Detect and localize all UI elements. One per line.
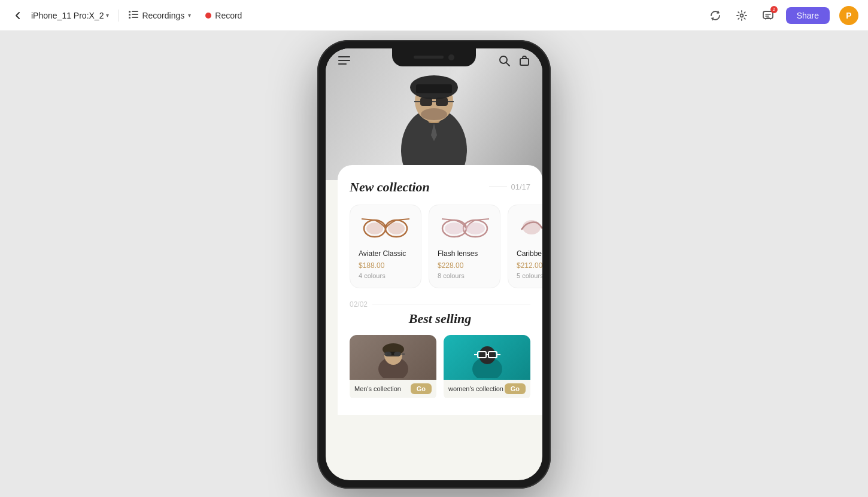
svg-rect-2: [129, 14, 130, 16]
topbar: iPhone_11 Pro:X_2 ▾ Recordings ▾ Record: [0, 0, 868, 31]
topbar-left: iPhone_11 Pro:X_2 ▾ Recordings ▾ Record: [10, 7, 707, 24]
settings-button[interactable]: [733, 7, 750, 24]
nav-icons: [498, 54, 530, 69]
collection-title: New collection: [350, 179, 430, 195]
product-price-flash: $228.00: [438, 261, 491, 270]
womens-collection-image: [444, 335, 530, 380]
svg-line-36: [442, 219, 454, 220]
topbar-right: 2 Share P: [707, 6, 858, 25]
notch: [392, 48, 476, 66]
svg-point-47: [394, 352, 401, 356]
product-card-caribbe[interactable]: Caribbe $212.00 5 colours: [508, 205, 542, 288]
mens-go-button[interactable]: Go: [411, 383, 432, 394]
svg-line-30: [396, 219, 409, 220]
womens-collection-info: women's collection Go: [444, 380, 530, 398]
share-button[interactable]: Share: [786, 7, 830, 24]
collection-header: New collection 01/17: [350, 179, 530, 195]
svg-point-31: [366, 222, 383, 234]
svg-point-6: [740, 14, 743, 17]
svg-rect-13: [420, 97, 432, 106]
phone-frame: New collection 01/17: [317, 40, 551, 489]
svg-line-29: [362, 219, 375, 220]
chat-badge: 2: [770, 6, 778, 13]
womens-collection-label: women's collection: [448, 385, 503, 392]
bestselling-title: Best selling: [350, 311, 530, 327]
device-name[interactable]: iPhone_11 Pro:X_2 ▾: [31, 11, 109, 20]
svg-rect-1: [132, 11, 138, 12]
svg-line-24: [506, 63, 509, 66]
menu-button[interactable]: [338, 55, 351, 68]
app-content: New collection 01/17: [326, 48, 542, 480]
mens-collection-info: Men's collection Go: [350, 380, 436, 398]
svg-rect-25: [520, 59, 529, 65]
bag-button[interactable]: [518, 54, 530, 69]
svg-point-32: [388, 222, 405, 234]
bestselling-grid: Men's collection Go: [350, 335, 530, 401]
avatar[interactable]: P: [839, 6, 858, 25]
section-counter-line: [372, 304, 530, 304]
product-image-caribbe: [517, 214, 542, 243]
canvas: New collection 01/17: [0, 31, 868, 497]
svg-point-39: [466, 222, 485, 234]
svg-point-51: [479, 346, 496, 364]
product-card-aviator[interactable]: Aviater Classic $188.00 4 colours: [350, 205, 421, 288]
product-price-caribbe: $212.00: [517, 261, 542, 270]
hero-section: [326, 48, 542, 180]
counter-line: [489, 187, 507, 187]
product-image-aviator: [359, 214, 412, 243]
svg-rect-5: [132, 17, 138, 18]
back-button[interactable]: [10, 7, 26, 24]
chat-button[interactable]: 2: [760, 7, 776, 24]
svg-point-18: [421, 108, 447, 120]
womens-go-button[interactable]: Go: [505, 383, 526, 394]
product-name-aviator: Aviater Classic: [359, 249, 412, 258]
product-name-caribbe: Caribbe: [517, 249, 542, 258]
mens-collection-card[interactable]: Men's collection Go: [350, 335, 436, 401]
product-price-aviator: $188.00: [359, 261, 412, 270]
svg-point-38: [445, 222, 464, 234]
product-colors-aviator: 4 colours: [359, 272, 412, 279]
svg-rect-4: [129, 17, 130, 19]
recordings-button[interactable]: Recordings ▾: [129, 10, 191, 20]
recordings-icon: [129, 10, 138, 20]
svg-point-23: [500, 56, 507, 63]
search-button[interactable]: [498, 54, 510, 69]
product-colors-caribbe: 5 colours: [517, 272, 542, 279]
svg-line-37: [475, 219, 489, 220]
refresh-button[interactable]: [707, 7, 724, 24]
collection-counter: 01/17: [489, 182, 530, 191]
svg-rect-0: [129, 11, 130, 13]
svg-rect-3: [132, 14, 138, 15]
recordings-chevron-icon: ▾: [188, 12, 191, 19]
notch-camera: [448, 54, 454, 60]
womens-collection-card[interactable]: women's collection Go: [444, 335, 530, 401]
chevron-down-icon: ▾: [106, 12, 109, 19]
product-scroll[interactable]: Aviater Classic $188.00 4 colours: [350, 205, 530, 288]
product-image-flash: [438, 214, 491, 243]
phone-screen: New collection 01/17: [326, 48, 542, 480]
section-counter: 02/02: [350, 300, 530, 309]
product-name-flash: Flash lenses: [438, 249, 491, 258]
notch-speaker: [414, 56, 444, 59]
hero-figure: [389, 54, 479, 180]
mens-collection-image: [350, 335, 436, 380]
svg-rect-12: [416, 84, 452, 93]
white-card: New collection 01/17: [338, 165, 542, 415]
svg-rect-14: [436, 97, 448, 106]
topbar-divider: [119, 10, 119, 22]
mens-collection-label: Men's collection: [354, 385, 401, 392]
record-button[interactable]: Record: [205, 11, 242, 20]
product-card-flash[interactable]: Flash lenses $228.00 8 colours: [429, 205, 500, 288]
svg-point-40: [523, 220, 541, 234]
record-dot-icon: [205, 13, 211, 19]
bestselling-section: 02/02 Best selling: [350, 300, 530, 401]
product-colors-flash: 8 colours: [438, 272, 491, 279]
